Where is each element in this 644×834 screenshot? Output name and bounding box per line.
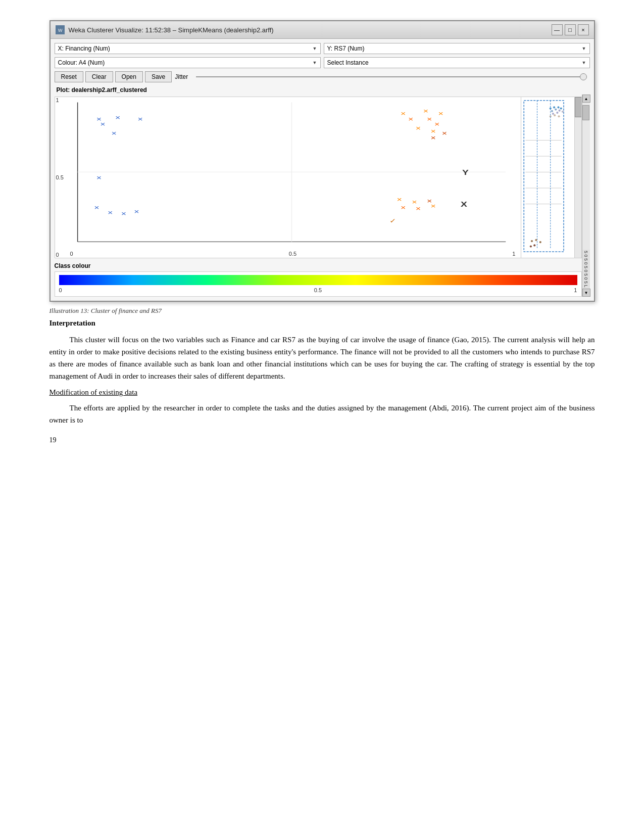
colour-bar-labels: 0 0.5 1 <box>59 287 577 293</box>
titlebar-left: W Weka Clusterer Visualize: 11:52:38 – S… <box>56 25 274 34</box>
svg-text:×: × <box>397 196 402 203</box>
svg-point-42 <box>558 110 560 112</box>
y-axis-arrow: ▼ <box>582 46 586 51</box>
maximize-button[interactable]: □ <box>565 24 576 35</box>
weka-plot-content: 1 0.5 0 0 0.5 1 <box>55 95 582 297</box>
colour-arrow: ▼ <box>313 60 317 65</box>
window-title: Weka Clusterer Visualize: 11:52:38 – Sim… <box>69 26 274 34</box>
svg-text:×: × <box>108 209 113 216</box>
x-axis-dropdown[interactable]: X: Financing (Num) ▼ <box>55 43 321 54</box>
select-instance-arrow: ▼ <box>582 60 586 65</box>
save-button[interactable]: Save <box>145 71 172 82</box>
svg-point-37 <box>553 106 555 108</box>
svg-text:×: × <box>415 124 420 131</box>
plot-title: Plot: dealership2.arff_clustered <box>55 85 590 95</box>
weka-app-icon: W <box>56 25 65 34</box>
y-axis-label: Y: RS7 (Num) <box>327 45 365 52</box>
svg-text:×: × <box>430 134 435 141</box>
plot-area: 1 0.5 0 0 0.5 1 <box>55 97 582 258</box>
close-button[interactable]: × <box>578 24 589 35</box>
svg-point-45 <box>561 111 563 113</box>
colour-bar-container: 0 0.5 1 <box>55 271 582 297</box>
svg-point-57 <box>535 239 537 241</box>
scroll-up-arrow[interactable]: ▲ <box>582 95 590 103</box>
minimap-thumb[interactable] <box>575 97 582 117</box>
window-controls: — □ × <box>552 24 589 35</box>
svg-text:X: X <box>461 201 468 209</box>
select-instance-label: Select Instance <box>327 59 369 66</box>
svg-text:×: × <box>401 110 406 117</box>
figure-caption: Illustration 13: Cluster of finance and … <box>49 307 595 315</box>
weka-body: X: Financing (Num) ▼ Y: RS7 (Num) ▼ Colo… <box>51 39 594 301</box>
colour-row: Colour: A4 (Num) ▼ Select Instance ▼ <box>55 57 590 68</box>
svg-rect-35 <box>524 101 564 252</box>
svg-text:×: × <box>438 110 443 117</box>
clear-button[interactable]: Clear <box>85 71 113 82</box>
open-button[interactable]: Open <box>115 71 143 82</box>
jitter-label: Jitter <box>175 73 188 80</box>
reset-button[interactable]: Reset <box>55 71 83 82</box>
buttons-jitter-row: Reset Clear Open Save Jitter <box>55 71 590 82</box>
jitter-row: Jitter <box>175 73 589 80</box>
weka-main-content: 1 0.5 0 0 0.5 1 <box>55 95 590 297</box>
page-container: W Weka Clusterer Visualize: 11:52:38 – S… <box>19 10 625 454</box>
svg-point-43 <box>552 113 554 115</box>
select-instance-dropdown[interactable]: Select Instance ▼ <box>324 57 590 68</box>
colour-bar-mid: 0.5 <box>314 287 322 293</box>
colour-bar-max: 1 <box>574 287 577 293</box>
svg-text:×: × <box>121 210 126 217</box>
svg-text:Y: Y <box>462 168 469 176</box>
minimize-button[interactable]: — <box>552 24 563 35</box>
scatter-svg: × × × × × × × × × × × <box>55 97 521 258</box>
svg-text:×: × <box>115 114 120 121</box>
svg-point-44 <box>556 112 558 114</box>
svg-point-48 <box>558 115 560 117</box>
class-colour-section: Class colour 0 0.5 1 <box>55 262 582 297</box>
svg-point-41 <box>555 109 557 111</box>
svg-text:W: W <box>58 28 63 33</box>
colour-label: Colour: A4 (Num) <box>58 59 105 66</box>
page-number: 19 <box>49 436 595 444</box>
svg-text:✓: ✓ <box>389 217 396 224</box>
scroll-thumb[interactable] <box>582 105 589 120</box>
modification-paragraph: The efforts are applied by the researche… <box>49 402 595 426</box>
svg-text:×: × <box>401 204 406 211</box>
y-axis-dropdown[interactable]: Y: RS7 (Num) ▼ <box>324 43 590 54</box>
side-numbers: 5 0 5 0 5 0 5 0 5 L <box>582 250 590 289</box>
action-buttons: Reset Clear Open Save <box>55 71 172 82</box>
modification-heading: Modification of existing data <box>49 388 595 397</box>
svg-text:×: × <box>434 121 439 128</box>
svg-point-58 <box>539 241 541 243</box>
weka-titlebar: W Weka Clusterer Visualize: 11:52:38 – S… <box>51 21 594 39</box>
scroll-down-arrow[interactable]: ▼ <box>582 289 590 297</box>
svg-point-39 <box>560 107 562 109</box>
svg-text:×: × <box>423 107 428 114</box>
svg-point-40 <box>551 110 553 112</box>
svg-text:×: × <box>408 115 413 122</box>
interpretation-paragraph: This cluster will focus on the two varia… <box>49 334 595 382</box>
class-colour-title: Class colour <box>55 262 582 269</box>
svg-point-59 <box>529 245 531 247</box>
colour-dropdown[interactable]: Colour: A4 (Num) ▼ <box>55 57 321 68</box>
x-axis-label: X: Financing (Num) <box>58 45 110 52</box>
minimap <box>521 97 582 258</box>
scroll-track <box>582 103 590 250</box>
svg-point-38 <box>557 106 559 108</box>
svg-point-47 <box>554 114 556 116</box>
x-axis-arrow: ▼ <box>313 46 317 51</box>
svg-text:×: × <box>94 204 99 211</box>
svg-point-60 <box>533 244 535 246</box>
weka-window: W Weka Clusterer Visualize: 11:52:38 – S… <box>49 20 595 302</box>
svg-text:×: × <box>96 174 101 181</box>
minimap-svg <box>521 97 574 258</box>
side-scrollbar[interactable]: ▲ 5 0 5 0 5 0 5 0 5 L ▼ <box>582 95 590 297</box>
minimap-scrollbar[interactable] <box>574 97 581 258</box>
svg-text:×: × <box>111 130 116 137</box>
colour-bar-min: 0 <box>59 287 62 293</box>
svg-text:×: × <box>134 208 139 215</box>
colour-bar <box>59 275 577 285</box>
interpretation-heading: Interpretation <box>49 319 595 328</box>
svg-text:×: × <box>415 205 420 212</box>
scatter-plot: 1 0.5 0 0 0.5 1 <box>55 97 521 258</box>
svg-text:×: × <box>441 130 447 137</box>
